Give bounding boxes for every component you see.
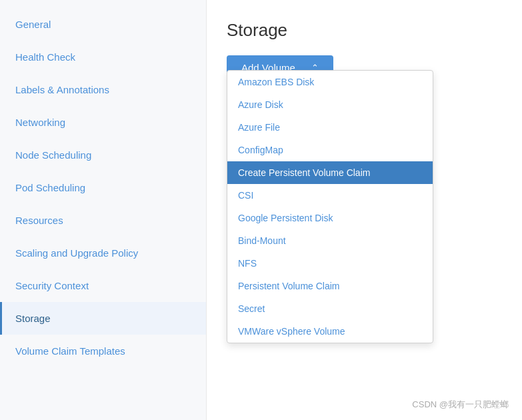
- watermark: CSDN @我有一只肥螳螂: [412, 399, 509, 411]
- sidebar-item-health-check[interactable]: Health Check: [0, 41, 206, 73]
- sidebar-item-scaling-and-upgrade-policy[interactable]: Scaling and Upgrade Policy: [0, 237, 206, 269]
- dropdown-item-create-persistent-volume-claim[interactable]: Create Persistent Volume Claim: [227, 161, 433, 184]
- dropdown-item-secret[interactable]: Secret: [227, 297, 433, 320]
- dropdown-item-vmware-vsphere-volume[interactable]: VMWare vSphere Volume: [227, 320, 433, 343]
- dropdown-item-configmap[interactable]: ConfigMap: [227, 139, 433, 161]
- dropdown-item-azure-disk[interactable]: Azure Disk: [227, 93, 433, 116]
- dropdown-item-google-persistent-disk[interactable]: Google Persistent Disk: [227, 207, 433, 229]
- sidebar: GeneralHealth CheckLabels & AnnotationsN…: [0, 0, 207, 420]
- sidebar-item-node-scheduling[interactable]: Node Scheduling: [0, 139, 206, 171]
- dropdown-item-amazon-ebs-disk[interactable]: Amazon EBS Disk: [227, 71, 433, 93]
- sidebar-item-pod-scheduling[interactable]: Pod Scheduling: [0, 171, 206, 204]
- main-content: Storage Add Volume ⌃ Amazon EBS DiskAzur…: [207, 0, 522, 420]
- volume-type-dropdown: Amazon EBS DiskAzure DiskAzure FileConfi…: [227, 70, 433, 343]
- sidebar-item-storage[interactable]: Storage: [0, 302, 206, 335]
- dropdown-item-nfs[interactable]: NFS: [227, 252, 433, 275]
- sidebar-item-security-context[interactable]: Security Context: [0, 269, 206, 302]
- sidebar-item-volume-claim-templates[interactable]: Volume Claim Templates: [0, 335, 206, 367]
- page-title: Storage: [227, 20, 502, 41]
- sidebar-item-labels--annotations[interactable]: Labels & Annotations: [0, 73, 206, 106]
- dropdown-item-csi[interactable]: CSI: [227, 184, 433, 207]
- dropdown-item-persistent-volume-claim[interactable]: Persistent Volume Claim: [227, 275, 433, 297]
- sidebar-item-resources[interactable]: Resources: [0, 204, 206, 237]
- dropdown-item-azure-file[interactable]: Azure File: [227, 116, 433, 139]
- sidebar-item-general[interactable]: General: [0, 8, 206, 41]
- dropdown-item-bind-mount[interactable]: Bind-Mount: [227, 229, 433, 252]
- sidebar-item-networking[interactable]: Networking: [0, 106, 206, 139]
